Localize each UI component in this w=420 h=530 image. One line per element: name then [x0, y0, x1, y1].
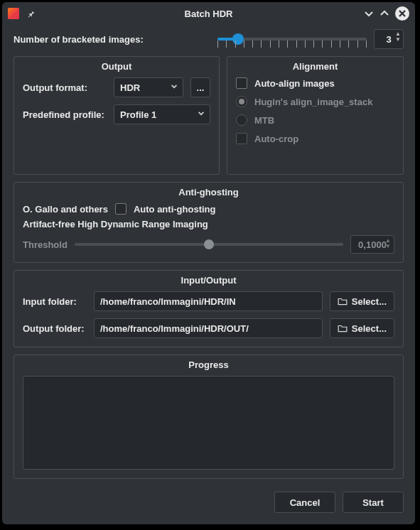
- output-folder-select-button[interactable]: Select...: [330, 318, 394, 338]
- bracket-row: Number of bracketed images: 3 ▲▼: [14, 29, 404, 49]
- auto-antighosting-row[interactable]: Auto anti-ghosting: [115, 203, 216, 215]
- progress-log: [23, 376, 394, 470]
- io-title: Input/Output: [23, 275, 394, 286]
- input-folder-label: Input folder:: [23, 296, 87, 307]
- input-folder-select-button[interactable]: Select...: [330, 291, 394, 311]
- output-folder-label: Output folder:: [23, 323, 87, 334]
- output-format-label: Output format:: [23, 82, 107, 93]
- io-group: Input/Output Input folder: /home/franco/…: [14, 270, 404, 347]
- hugin-row: Hugin's align_image_stack: [236, 96, 394, 107]
- radio-icon: [236, 96, 247, 107]
- auto-align-row[interactable]: Auto-align images: [236, 77, 394, 89]
- threshold-slider: [75, 237, 343, 252]
- progress-group: Progress: [14, 355, 404, 479]
- antighosting-group: Anti-ghosting O. Gallo and others Auto a…: [14, 182, 404, 263]
- bracket-label: Number of bracketed images:: [14, 34, 144, 45]
- output-group: Output Output format: HDR ... Predefined…: [14, 56, 220, 175]
- auto-crop-row: Auto-crop: [236, 133, 394, 144]
- mtb-row: MTB: [236, 114, 394, 126]
- bracket-slider[interactable]: [217, 31, 367, 48]
- app-icon: [8, 8, 19, 19]
- checkbox-icon: [236, 133, 247, 144]
- bracket-value: 3: [386, 34, 391, 45]
- output-format-select[interactable]: HDR: [114, 77, 183, 97]
- input-folder-field[interactable]: /home/franco/Immagini/HDR/IN: [94, 291, 323, 311]
- start-button[interactable]: Start: [343, 492, 404, 513]
- profile-select[interactable]: Profile 1: [114, 104, 210, 124]
- titlebar: Batch HDR: [2, 2, 415, 25]
- expand-button[interactable]: [379, 9, 389, 18]
- radio-icon: [236, 114, 247, 126]
- batch-hdr-window: Batch HDR Number of bracketed images:: [2, 2, 415, 524]
- progress-title: Progress: [23, 359, 394, 370]
- folder-icon: [338, 297, 348, 305]
- alignment-group: Alignment Auto-align images Hugin's alig…: [227, 56, 404, 175]
- output-format-more-button[interactable]: ...: [190, 77, 210, 97]
- close-button[interactable]: [395, 6, 409, 21]
- output-folder-field[interactable]: /home/franco/Immagini/HDR/OUT/: [94, 318, 323, 338]
- threshold-spinbox: 0,1000 ▲▼: [350, 235, 394, 254]
- bracket-spinbox[interactable]: 3 ▲▼: [374, 29, 404, 49]
- ghost-desc: Artifact-free High Dynamic Range Imaging: [23, 219, 394, 229]
- antighosting-title: Anti-ghosting: [23, 187, 394, 198]
- alignment-title: Alignment: [236, 61, 394, 72]
- window-title: Batch HDR: [2, 9, 415, 19]
- pin-icon[interactable]: [26, 9, 36, 18]
- footer: Cancel Start: [14, 489, 404, 513]
- folder-icon: [338, 324, 348, 332]
- cancel-button[interactable]: Cancel: [274, 492, 335, 513]
- threshold-label: Threshold: [23, 239, 68, 250]
- collapse-button[interactable]: [364, 9, 374, 18]
- checkbox-icon: [115, 203, 126, 215]
- profile-label: Predefined profile:: [23, 109, 107, 120]
- checkbox-icon: [236, 77, 247, 89]
- output-title: Output: [23, 61, 210, 72]
- ghost-credit: O. Gallo and others: [23, 204, 108, 215]
